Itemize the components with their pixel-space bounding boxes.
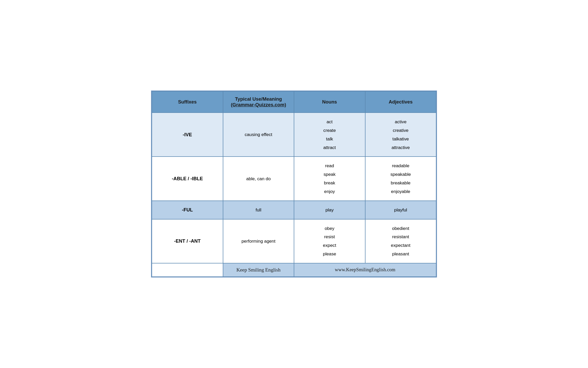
meaning-cell-ive: causing effect bbox=[223, 113, 294, 157]
noun-item: act bbox=[326, 119, 332, 124]
header-row: Suffixes Typical Use/Meaning (Grammar-Qu… bbox=[152, 91, 436, 113]
adjective-item: active bbox=[395, 119, 407, 124]
noun-item: talk bbox=[326, 136, 333, 141]
main-table-wrapper: Suffixes Typical Use/Meaning (Grammar-Qu… bbox=[151, 91, 437, 277]
noun-item: attract bbox=[323, 145, 336, 150]
adjective-item: talkative bbox=[393, 136, 409, 141]
table-row-ful: -FULfullplayplayful bbox=[152, 201, 436, 219]
footer-row: Keep Smiling English www.KeepSmilingEngl… bbox=[152, 263, 436, 277]
noun-item: expect bbox=[323, 243, 336, 248]
adjectives-cell-ful: playful bbox=[365, 201, 436, 219]
adjectives-cell-ive: activecreativetalkativeattractive bbox=[365, 113, 436, 157]
adjectives-cell-able: readablespeakablebreakableenjoyable bbox=[365, 157, 436, 201]
table-row-able: -ABLE / -IBLEable, can doreadspeakbreake… bbox=[152, 157, 436, 201]
adjective-item: readable bbox=[392, 163, 409, 168]
noun-item: please bbox=[323, 251, 336, 256]
suffixes-table: Suffixes Typical Use/Meaning (Grammar-Qu… bbox=[152, 91, 436, 277]
meaning-cell-ful: full bbox=[223, 201, 294, 219]
meaning-cell-ent: performing agent bbox=[223, 219, 294, 263]
adjectives-cell-ent: obedientresistantexpectantpleasant bbox=[365, 219, 436, 263]
suffix-cell-ent: -ENT / -ANT bbox=[152, 219, 223, 263]
header-adjectives: Adjectives bbox=[365, 91, 436, 113]
header-typical-use: Typical Use/Meaning (Grammar-Quizzes.com… bbox=[223, 91, 294, 113]
adjective-item: obedient bbox=[392, 226, 409, 231]
meaning-cell-able: able, can do bbox=[223, 157, 294, 201]
adjective-item: enjoyable bbox=[391, 189, 410, 194]
noun-item: play bbox=[325, 207, 334, 212]
table-row-ent: -ENT / -ANTperforming agentobeyresistexp… bbox=[152, 219, 436, 263]
noun-item: obey bbox=[325, 226, 334, 231]
nouns-cell-ent: obeyresistexpectplease bbox=[294, 219, 365, 263]
header-grammar-link[interactable]: (Grammar-Quizzes.com) bbox=[231, 102, 286, 107]
adjective-item: speakable bbox=[390, 172, 411, 177]
adjective-item: breakable bbox=[391, 180, 410, 185]
adjective-item: creative bbox=[393, 128, 408, 133]
suffix-cell-able: -ABLE / -IBLE bbox=[152, 157, 223, 201]
adjective-item: resistant bbox=[392, 234, 409, 239]
adjective-item: pleasant bbox=[392, 251, 409, 256]
noun-item: create bbox=[323, 128, 336, 133]
nouns-cell-ful: play bbox=[294, 201, 365, 219]
noun-item: enjoy bbox=[324, 189, 335, 194]
adjective-item: attractive bbox=[391, 145, 410, 150]
adjective-item: expectant bbox=[391, 243, 410, 248]
noun-item: read bbox=[325, 163, 334, 168]
noun-item: break bbox=[324, 180, 335, 185]
noun-item: speak bbox=[324, 172, 336, 177]
nouns-cell-ive: actcreatetalkattract bbox=[294, 113, 365, 157]
suffix-cell-ive: -IVE bbox=[152, 113, 223, 157]
header-nouns: Nouns bbox=[294, 91, 365, 113]
suffix-cell-ful: -FUL bbox=[152, 201, 223, 219]
table-row-ive: -IVEcausing effectactcreatetalkattractac… bbox=[152, 113, 436, 157]
footer-brand-cell: Keep Smiling English bbox=[223, 263, 294, 277]
header-suffixes: Suffixes bbox=[152, 91, 223, 113]
footer-url-cell: www.KeepSmilingEnglish.com bbox=[294, 263, 436, 277]
noun-item: resist bbox=[324, 234, 335, 239]
footer-empty-cell bbox=[152, 263, 223, 277]
nouns-cell-able: readspeakbreakenjoy bbox=[294, 157, 365, 201]
adjective-item: playful bbox=[394, 207, 407, 212]
